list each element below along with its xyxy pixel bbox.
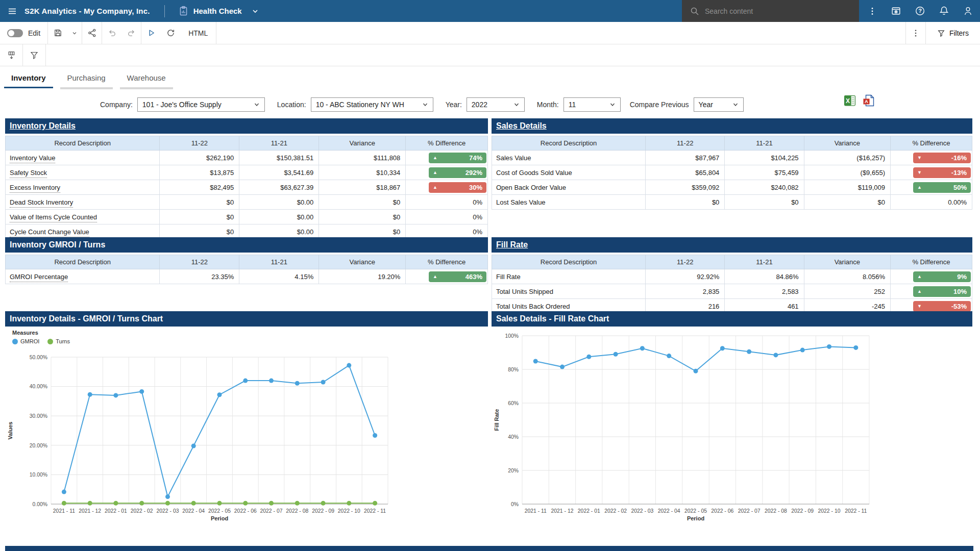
- record-description-label: Fill Rate: [496, 273, 521, 281]
- difference-badge: ▲9%: [913, 271, 971, 282]
- data-widgets-button[interactable]: [0, 44, 22, 66]
- view-title: Health Check: [193, 7, 242, 15]
- inventory-details-table: Record Description11-2211-21Variance% Di…: [5, 136, 488, 239]
- svg-text:10.00%: 10.00%: [30, 472, 47, 478]
- legend-item[interactable]: Turns: [47, 338, 70, 344]
- year-select[interactable]: 2022: [467, 97, 525, 112]
- difference-cell: ▲50%: [890, 180, 972, 195]
- record-description-link[interactable]: Excess Inventory: [10, 184, 60, 193]
- svg-text:2022 - 10: 2022 - 10: [818, 508, 841, 514]
- fill-rate-section: Fill Rate Record Description11-2211-21Va…: [492, 237, 972, 314]
- svg-text:Period: Period: [687, 515, 704, 521]
- hamburger-icon: [7, 6, 17, 16]
- undo-button[interactable]: [102, 22, 121, 44]
- sales-details-table: Record Description11-2211-21Variance% Di…: [492, 136, 972, 210]
- section-banner: Sales Details - Fill Rate Chart: [492, 311, 972, 327]
- column-header: Variance: [804, 136, 890, 151]
- column-header: 11-21: [239, 255, 319, 269]
- record-description-link[interactable]: Safety Stock: [10, 169, 47, 178]
- run-button[interactable]: [141, 22, 161, 44]
- tab-label: Purchasing: [67, 73, 106, 82]
- page-options-button[interactable]: [906, 22, 925, 44]
- fill-rate-title-link[interactable]: Fill Rate: [496, 240, 528, 249]
- record-description-link[interactable]: Cycle Count Change Value: [10, 228, 89, 237]
- redo-button[interactable]: [121, 22, 141, 44]
- user-icon: [963, 6, 973, 16]
- filters-button[interactable]: Filters: [926, 22, 980, 44]
- month-select[interactable]: 11: [564, 97, 621, 112]
- chevron-down-icon: [254, 102, 260, 108]
- table-header-row: Record Description11-2211-21Variance% Di…: [492, 136, 972, 151]
- record-description-link[interactable]: Inventory Value: [10, 154, 55, 163]
- arrow-down-icon: ▼: [917, 170, 922, 175]
- export-excel-button[interactable]: X: [844, 94, 856, 107]
- svg-text:2022 - 03: 2022 - 03: [631, 508, 653, 514]
- column-header: Record Description: [6, 255, 160, 269]
- svg-text:2022 - 05: 2022 - 05: [684, 508, 707, 514]
- table-download-icon: [7, 51, 16, 60]
- account-button[interactable]: [956, 0, 980, 22]
- location-select[interactable]: 10 - ABC Stationery NY WH: [311, 97, 433, 112]
- column-header: 11-21: [725, 136, 804, 151]
- widget-toolbar: [0, 44, 980, 66]
- column-header: Variance: [804, 255, 890, 269]
- cell-value: $0: [319, 195, 406, 210]
- svg-text:20%: 20%: [508, 468, 519, 473]
- difference-cell: ▼-13%: [890, 165, 972, 180]
- divider: [45, 44, 46, 66]
- table-row: Cost of Goods Sold Value$65,804$75,459($…: [492, 165, 972, 180]
- fill-rate-chart: 0%20%40%60%80%100%2021 - 112021 - 122022…: [492, 331, 874, 531]
- difference-badge: ▼-53%: [913, 301, 971, 312]
- sales-details-title-link[interactable]: Sales Details: [496, 121, 547, 131]
- table-header-row: Record Description11-2211-21Variance% Di…: [6, 255, 488, 269]
- compare-previous-select[interactable]: Year: [694, 97, 744, 112]
- search-input[interactable]: Search content: [682, 0, 859, 22]
- refresh-button[interactable]: [161, 22, 180, 44]
- column-header: Record Description: [6, 136, 160, 151]
- record-description-link[interactable]: Dead Stock Inventory: [10, 198, 73, 208]
- notifications-button[interactable]: [932, 0, 956, 22]
- menu-button[interactable]: [0, 0, 24, 22]
- gmroi-turns-chart-title: Inventory Details - GMROI / Turns Chart: [10, 314, 163, 323]
- arrow-up-icon: ▲: [917, 185, 922, 190]
- year-value: 2022: [472, 101, 487, 109]
- tab-warehouse[interactable]: Warehouse: [120, 66, 173, 91]
- table-header-row: Record Description11-2211-21Variance% Di…: [492, 255, 972, 269]
- column-header: Record Description: [492, 136, 646, 151]
- record-description-link[interactable]: Value of Items Cycle Counted: [10, 213, 97, 222]
- excel-icon: X: [844, 95, 856, 107]
- save-button[interactable]: [48, 22, 67, 44]
- export-pdf-button[interactable]: A: [863, 94, 875, 107]
- tab-inventory[interactable]: Inventory: [4, 66, 53, 91]
- save-options-button[interactable]: [67, 22, 82, 44]
- cell-value: $0.00: [239, 210, 319, 224]
- html-button[interactable]: HTML: [180, 22, 216, 44]
- filter-widget-button[interactable]: [23, 44, 45, 66]
- company-select[interactable]: 101 - Joe's Office Supply: [137, 97, 265, 112]
- edit-toggle[interactable]: [7, 29, 23, 37]
- bell-icon: [939, 6, 949, 16]
- record-description-link[interactable]: GMROI Percentage: [10, 273, 68, 282]
- share-button[interactable]: [82, 22, 102, 44]
- month-label: Month:: [537, 101, 559, 109]
- cell-value: $0: [646, 195, 725, 210]
- column-header: 11-22: [160, 136, 239, 151]
- chevron-down-icon: [422, 102, 428, 108]
- undo-icon: [107, 28, 117, 38]
- svg-text:30.00%: 30.00%: [30, 413, 47, 419]
- cell-value: $104,225: [725, 151, 804, 165]
- view-switcher-button[interactable]: [247, 0, 264, 22]
- help-button[interactable]: ?: [908, 0, 932, 22]
- legend-item[interactable]: GMROI: [12, 338, 39, 344]
- cell-value: $0: [804, 195, 890, 210]
- column-header: Variance: [319, 136, 406, 151]
- next-section-banner-edge: [5, 546, 973, 551]
- inventory-details-title-link[interactable]: Inventory Details: [10, 121, 76, 131]
- more-options-button[interactable]: [860, 0, 884, 22]
- difference-cell: ▲30%: [406, 180, 488, 195]
- svg-text:40%: 40%: [508, 434, 519, 440]
- tab-purchasing[interactable]: Purchasing: [60, 66, 113, 91]
- column-header: 11-22: [646, 255, 725, 269]
- svg-text:2022 - 09: 2022 - 09: [312, 508, 334, 514]
- preview-button[interactable]: [884, 0, 908, 22]
